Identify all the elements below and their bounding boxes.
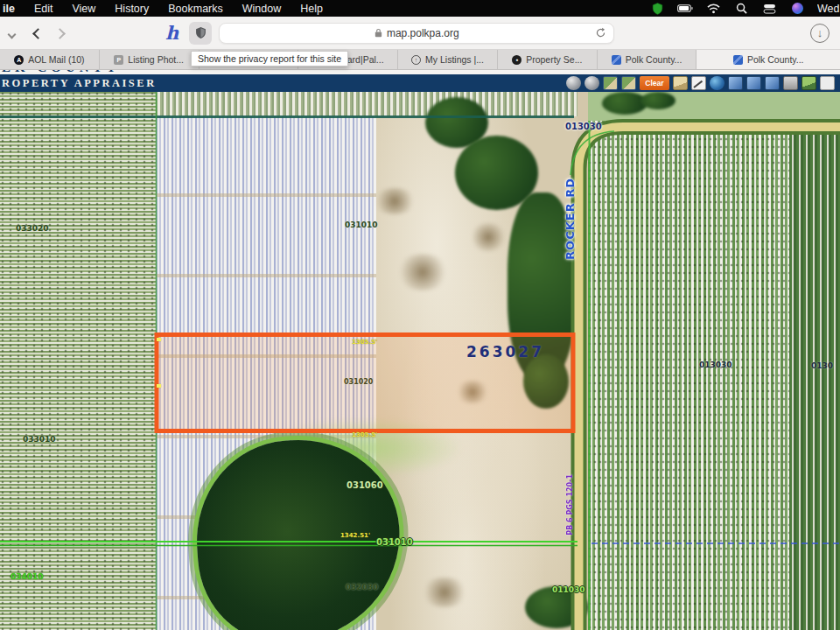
tab-bar: AOL Mail (10) Listing Phot... Broward, P… (0, 50, 840, 70)
menu-bookmarks[interactable]: Bookmarks (158, 3, 233, 15)
site-header-bar: ROPERTY APPRAISER Clear (0, 74, 840, 92)
menubar-clock[interactable]: Wed (817, 3, 840, 15)
menu-history[interactable]: History (105, 3, 158, 15)
parcel-vertex-marker (157, 384, 161, 388)
clear-button[interactable]: Clear (640, 76, 669, 90)
dimension-label: 1305.5' (352, 432, 377, 438)
toolbar-expand-button[interactable] (9, 25, 15, 41)
parcel-label: 033010 (23, 436, 56, 444)
reload-icon[interactable] (595, 27, 606, 41)
downloads-button[interactable]: ↓ (810, 24, 830, 43)
parcel-vertex-marker (157, 338, 161, 341)
macos-menu-bar: ile Edit View History Bookmarks Window H… (0, 0, 840, 17)
privacy-report-tooltip: Show the privacy report for this site (191, 51, 348, 66)
extension-h-icon[interactable]: h (165, 24, 178, 42)
plat-reference-label: PB 6 PGS 120-1 (567, 474, 574, 536)
polk-map-favicon (733, 55, 743, 65)
privacy-shield-icon (195, 26, 206, 39)
dimension-label: 1342.51' (340, 533, 370, 539)
print-icon[interactable] (783, 76, 798, 90)
parcel-label: 032030 (346, 584, 379, 592)
menu-edit[interactable]: Edit (24, 3, 63, 15)
parcel-label: 031010 (376, 538, 413, 547)
measure-icon[interactable] (691, 76, 706, 90)
forward-button[interactable] (56, 25, 64, 41)
zoom-extent-icon[interactable] (765, 76, 780, 90)
listings-favicon (411, 55, 421, 65)
parcel-label-highlight[interactable]: 263027 (466, 345, 544, 360)
dimension-label: 1305.5' (352, 340, 377, 346)
wifi-icon[interactable] (705, 3, 721, 15)
layers-icon[interactable] (802, 76, 816, 90)
parcel-label: 034010 (10, 573, 44, 581)
sphere-icon-2[interactable] (584, 76, 599, 90)
parcel-label: 011030 (552, 586, 585, 594)
property-favicon (512, 55, 522, 65)
menu-view[interactable]: View (62, 3, 105, 15)
address-bar[interactable]: map.polkpa.org (219, 23, 614, 44)
control-center-icon[interactable] (761, 3, 777, 15)
parcel-label: 013030 (699, 361, 732, 369)
gis-map-viewport[interactable]: 263027 013030 031010 033020 031020 03301… (0, 92, 840, 630)
parcel-label: 031010 (345, 221, 378, 229)
pan-left-icon[interactable] (728, 76, 743, 90)
menu-file[interactable]: ile (0, 3, 24, 15)
road-name-label: ROCKER RD (564, 178, 576, 260)
road-surface (579, 127, 840, 630)
parcel-label: 031020 (344, 379, 373, 386)
road-casing (579, 127, 840, 630)
globe-search-icon[interactable] (710, 76, 724, 90)
parcel-label: 013030 (565, 122, 602, 131)
privacy-report-button[interactable] (189, 22, 212, 45)
tab-polk-county-active[interactable]: Polk County... (696, 50, 840, 69)
tab-property-search[interactable]: Property Se... (498, 50, 598, 69)
photos-favicon (114, 55, 123, 65)
tab-aol-mail[interactable]: AOL Mail (10) (0, 50, 100, 69)
parcel-label: 0130 (811, 362, 833, 370)
site-title: ROPERTY APPRAISER (0, 77, 157, 90)
antivirus-shield-icon[interactable] (649, 3, 665, 15)
basemap-icon-2[interactable] (621, 76, 636, 90)
parcel-label: 031060 (346, 481, 383, 490)
save-icon[interactable] (820, 76, 835, 90)
browser-toolbar: h map.polkpa.org ↓ (0, 17, 840, 50)
back-button[interactable] (34, 25, 42, 41)
siri-icon[interactable] (789, 3, 805, 15)
lock-icon (374, 28, 382, 38)
sphere-icon[interactable] (566, 76, 581, 90)
address-url: map.polkpa.org (387, 27, 459, 39)
aerial-photo-icon[interactable] (673, 76, 688, 90)
tab-polk-county-1[interactable]: Polk County... (598, 50, 697, 69)
parcel-label: 033020 (16, 225, 49, 233)
pan-right-icon[interactable] (746, 76, 761, 90)
menu-window[interactable]: Window (233, 3, 290, 15)
tab-my-listings[interactable]: My Listings |... (398, 50, 498, 69)
basemap-icon[interactable] (603, 76, 618, 90)
menu-help[interactable]: Help (290, 3, 332, 15)
polk-map-favicon (612, 55, 621, 65)
aol-favicon (14, 55, 24, 65)
battery-icon[interactable] (677, 3, 693, 15)
search-icon[interactable] (733, 3, 749, 15)
gis-toolbar: Clear (566, 76, 840, 90)
tab-listing-photos[interactable]: Listing Phot... (100, 50, 200, 69)
